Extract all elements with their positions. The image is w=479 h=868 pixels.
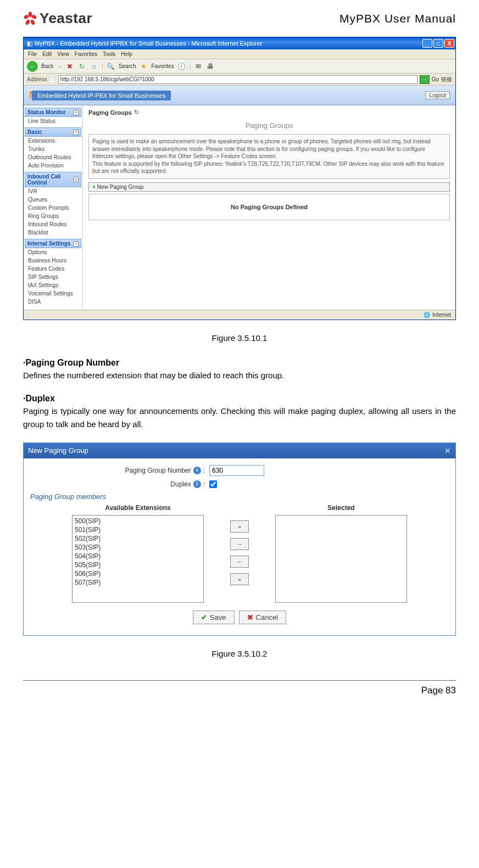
dialog-close-icon[interactable]: ✕ [444, 446, 451, 455]
dialog-titlebar: New Paging Group ✕ [24, 443, 455, 458]
collapse-icon[interactable]: ≡ [73, 241, 79, 247]
sidebar-item-bhours[interactable]: Business Hours [25, 256, 81, 265]
list-item[interactable]: 504(SIP) [74, 552, 202, 561]
sidebar-item-autoprovision[interactable]: Auto Provision [25, 161, 81, 170]
sidebar-item-iax[interactable]: IAX Settings [25, 281, 81, 289]
page-header: Yeastar MyPBX User Manual [23, 10, 456, 27]
info-icon[interactable]: i [193, 480, 201, 488]
sidebar-item-disa[interactable]: DISA [25, 298, 81, 306]
go-button[interactable]: → [420, 75, 430, 84]
footer-rule [23, 680, 456, 681]
menu-bar: File Edit View Favorites Tools Help [24, 49, 455, 59]
list-item[interactable]: 500(SIP) [74, 517, 202, 525]
close-button[interactable]: X [444, 39, 454, 48]
new-paging-group-button[interactable]: + New Paging Group [88, 182, 450, 192]
sidebar-item-outbound[interactable]: Outbound Routes [25, 153, 81, 161]
collapse-icon[interactable]: ≡ [74, 177, 79, 182]
browser-toolbar: ← Back → ✖ ↻ ⌂ | 🔍 Search ★ Favorites 🕘 … [24, 59, 455, 74]
svg-point-3 [25, 19, 31, 25]
paging-number-input[interactable] [209, 465, 264, 476]
logout-button[interactable]: Logout [425, 91, 450, 99]
list-item[interactable]: 507(SIP) [74, 578, 202, 587]
menu-tools[interactable]: Tools [103, 51, 115, 57]
sidebar-item-blacklist[interactable]: Blacklist [25, 228, 81, 237]
label-duplex: Duplex [170, 480, 191, 488]
sidebar-head-inbound[interactable]: Inbound Call Control≡ [25, 172, 81, 187]
x-icon: ✖ [247, 613, 253, 621]
sidebar-head-internal[interactable]: Internal Settings≡ [25, 239, 81, 248]
refresh-icon[interactable]: ↻ [77, 62, 86, 71]
sidebar-head-status[interactable]: Status Monitor≡ [25, 108, 81, 117]
section-text-duplex: Paging is typically one way for announce… [23, 405, 456, 430]
list-item[interactable]: 502(SIP) [74, 534, 202, 543]
available-listbox[interactable]: 500(SIP) 501(SIP) 502(SIP) 503(SIP) 504(… [72, 515, 204, 603]
figure-caption-2: Figure 3.5.10.2 [23, 649, 456, 658]
home-icon[interactable]: ⌂ [90, 62, 98, 71]
sidebar-item-sip[interactable]: SIP Settings [25, 273, 81, 281]
minimize-button[interactable]: _ [422, 39, 432, 48]
section-heading-paging-number: ·Paging Group Number [23, 358, 456, 368]
app-tagline: Embedded Hybrid IP-PBX for Small Busines… [32, 91, 171, 100]
move-right-button[interactable]: → [230, 538, 249, 550]
breadcrumb: Paging Groups ↻ [88, 108, 450, 117]
members-heading: Paging Group members [30, 492, 450, 501]
menu-help[interactable]: Help [121, 51, 132, 57]
forward-button[interactable]: → [57, 63, 62, 69]
history-icon[interactable]: 🕘 [177, 62, 186, 71]
go-label: Go [432, 76, 439, 82]
sidebar-item-extensions[interactable]: Extensions [25, 137, 81, 145]
back-button[interactable]: ← [27, 61, 38, 72]
info-icon[interactable]: i [193, 467, 201, 474]
menu-edit[interactable]: Edit [42, 51, 52, 57]
duplex-checkbox[interactable] [209, 480, 217, 488]
collapse-icon[interactable]: ≡ [73, 130, 79, 135]
available-heading: Available Extensions [105, 504, 171, 512]
sidebar-head-basic[interactable]: Basic≡ [25, 127, 81, 137]
move-all-left-button[interactable]: « [230, 573, 249, 585]
menu-file[interactable]: File [28, 51, 37, 57]
list-item[interactable]: 505(SIP) [74, 561, 202, 569]
sidebar-item-ringgroups[interactable]: Ring Groups [25, 212, 81, 220]
yeastar-logo: Yeastar [23, 10, 92, 27]
stop-icon[interactable]: ✖ [65, 62, 74, 71]
list-item[interactable]: 503(SIP) [74, 543, 202, 552]
empty-state: No Paging Groups Defined [88, 194, 450, 220]
menu-favorites[interactable]: Favorites [75, 51, 97, 57]
mail-icon[interactable]: ✉ [194, 62, 203, 71]
sidebar-item-vm[interactable]: Voicemail Settings [25, 289, 81, 298]
sidebar-item-queues[interactable]: Queues [25, 195, 81, 204]
separator: | [190, 63, 191, 69]
sidebar-item-trunks[interactable]: Trunks [25, 145, 81, 153]
browser-window: ◧ MyPBX - Embedded Hybrid IPPBX for Smal… [23, 37, 456, 320]
description-box: Paging is used to make an announcement o… [88, 134, 450, 179]
address-input[interactable]: http://192.168.5.186/cgi/webCGI?1000 [58, 75, 417, 84]
sidebar-item-prompts[interactable]: Custom Prompts [25, 204, 81, 212]
check-icon: ✔ [201, 613, 207, 621]
maximize-button[interactable]: □ [433, 39, 443, 48]
search-icon[interactable]: 🔍 [107, 62, 115, 71]
list-item[interactable]: 506(SIP) [74, 569, 202, 578]
sidebar-item-ivr[interactable]: IVR [25, 187, 81, 195]
sidebar-item-line-status[interactable]: Line Status [25, 117, 81, 125]
favorites-icon[interactable]: ★ [140, 62, 148, 71]
menu-view[interactable]: View [57, 51, 69, 57]
sidebar-item-options[interactable]: Options [25, 248, 81, 256]
selected-heading: Selected [327, 504, 354, 512]
move-all-right-button[interactable]: » [230, 520, 249, 533]
move-left-button[interactable]: ← [230, 556, 249, 568]
main-panel: Paging Groups ↻ Paging Groups Paging is … [83, 105, 455, 310]
cancel-button[interactable]: ✖ Cancel [239, 611, 286, 624]
sidebar-item-inroutes[interactable]: Inbound Routes [25, 220, 81, 228]
internet-icon: 🌐 [424, 312, 430, 318]
new-paging-group-dialog: New Paging Group ✕ Paging Group Number i… [23, 443, 456, 636]
separator: | [102, 63, 103, 69]
plus-icon: + [92, 184, 96, 190]
print-icon[interactable]: 🖶 [206, 62, 215, 71]
window-title: MyPBX - Embedded Hybrid IPPBX for Small … [35, 40, 263, 47]
save-button[interactable]: ✔ Save [193, 611, 235, 624]
collapse-icon[interactable]: ≡ [73, 110, 79, 115]
selected-listbox[interactable] [275, 515, 407, 603]
list-item[interactable]: 501(SIP) [74, 525, 202, 534]
refresh-icon[interactable]: ↻ [134, 109, 139, 116]
sidebar-item-fcodes[interactable]: Feature Codes [25, 265, 81, 273]
